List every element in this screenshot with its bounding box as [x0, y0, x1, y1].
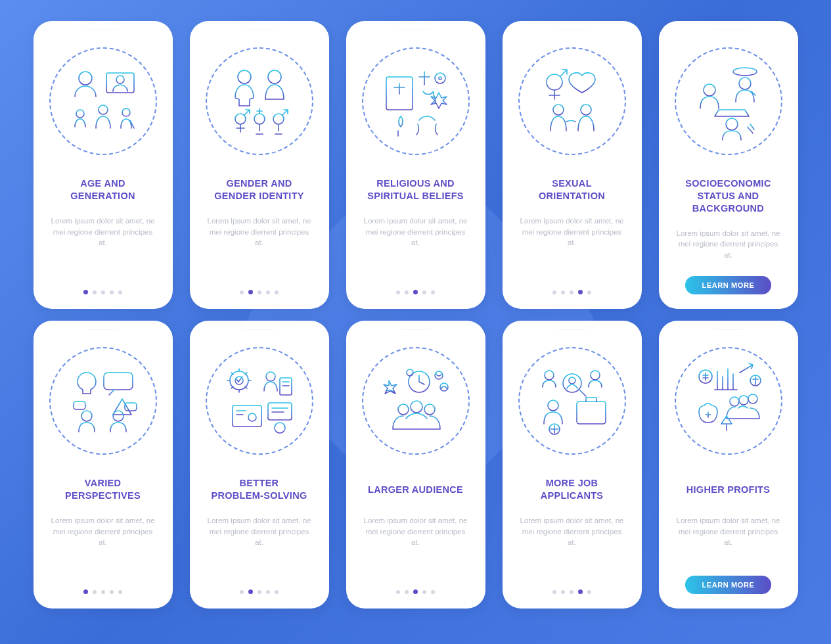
card-title: GENDER AND GENDER IDENTITY — [206, 177, 312, 202]
pagination-dot[interactable] — [118, 590, 122, 594]
pagination-dot[interactable] — [93, 290, 97, 294]
pagination-dot[interactable] — [118, 290, 122, 294]
pagination-dots — [396, 290, 435, 296]
age-illustration — [49, 47, 157, 155]
pagination-dot[interactable] — [422, 290, 426, 294]
pagination-dot[interactable] — [405, 290, 409, 294]
card-title: BETTER PROBLEM-SOLVING — [203, 477, 315, 502]
svg-point-51 — [748, 394, 757, 403]
profits-illustration — [675, 347, 782, 455]
pagination-dot[interactable] — [93, 590, 97, 594]
pagination-dot[interactable] — [266, 590, 270, 594]
onboarding-card-problem: BETTER PROBLEM-SOLVINGLorem ipsum dolor … — [190, 321, 329, 609]
pagination-dot[interactable] — [248, 589, 253, 594]
card-title: AGE AND GENERATION — [62, 177, 143, 202]
svg-point-46 — [548, 400, 558, 411]
svg-point-37 — [440, 383, 448, 391]
pagination-dot[interactable] — [570, 290, 573, 294]
pagination-dot[interactable] — [552, 290, 556, 294]
svg-point-40 — [424, 404, 435, 415]
pagination-dots — [396, 589, 435, 595]
pagination-dot[interactable] — [578, 290, 583, 294]
svg-point-15 — [553, 104, 564, 115]
audience-illustration — [362, 347, 470, 455]
svg-point-4 — [99, 105, 108, 114]
card-description: Lorem ipsum dolor sit amet, ne mei regio… — [353, 515, 479, 548]
pagination-dot[interactable] — [413, 290, 418, 294]
svg-point-12 — [435, 73, 445, 83]
svg-point-16 — [581, 104, 591, 115]
pagination-dot[interactable] — [110, 290, 114, 294]
pagination-dot[interactable] — [258, 590, 261, 594]
svg-rect-21 — [104, 373, 133, 390]
pagination-dot[interactable] — [266, 290, 270, 294]
card-description: Lorem ipsum dolor sit amet, ne mei regio… — [40, 216, 166, 248]
svg-point-35 — [407, 369, 413, 376]
pagination-dot[interactable] — [422, 590, 426, 594]
pagination-dot[interactable] — [240, 590, 244, 594]
pagination-dot[interactable] — [431, 290, 435, 294]
pagination-dot[interactable] — [275, 590, 279, 594]
svg-point-5 — [122, 108, 130, 116]
pagination-dots — [83, 589, 122, 595]
phone-notch — [85, 21, 122, 30]
pagination-dot[interactable] — [83, 290, 88, 294]
perspectives-illustration — [49, 347, 157, 455]
svg-point-20 — [726, 118, 738, 130]
card-title: MORE JOB APPLICANTS — [533, 477, 612, 502]
pagination-dot[interactable] — [101, 590, 105, 594]
card-title: HIGHER PROFITS — [679, 477, 778, 502]
pagination-dot[interactable] — [83, 589, 88, 594]
orientation-illustration — [518, 47, 626, 155]
pagination-dot[interactable] — [396, 290, 400, 294]
pagination-dot[interactable] — [552, 590, 556, 594]
onboarding-card-religion: RELIGIOUS AND SPIRITUAL BELIEFSLorem ips… — [346, 21, 485, 309]
svg-point-6 — [238, 70, 251, 83]
pagination-dot[interactable] — [110, 590, 114, 594]
svg-point-28 — [266, 372, 275, 381]
pagination-dot[interactable] — [561, 290, 565, 294]
pagination-dot[interactable] — [587, 290, 591, 294]
pagination-dot[interactable] — [413, 589, 418, 594]
svg-point-41 — [545, 371, 554, 380]
pagination-dot[interactable] — [101, 290, 105, 294]
svg-point-3 — [76, 110, 84, 118]
svg-rect-29 — [280, 378, 292, 395]
pagination-dot[interactable] — [275, 290, 279, 294]
phone-notch — [85, 321, 122, 330]
learn-more-button[interactable]: LEARN MORE — [685, 276, 772, 294]
socio-illustration — [675, 47, 782, 155]
pagination-dot[interactable] — [570, 590, 573, 594]
pagination-dot[interactable] — [258, 290, 261, 294]
svg-point-0 — [79, 72, 92, 85]
learn-more-button[interactable]: LEARN MORE — [685, 576, 772, 594]
onboarding-card-age: AGE AND GENERATIONLorem ipsum dolor sit … — [34, 21, 173, 309]
svg-point-17 — [704, 84, 715, 96]
phone-notch — [241, 21, 278, 30]
onboarding-card-audience: LARGER AUDIENCELorem ipsum dolor sit ame… — [346, 321, 485, 609]
pagination-dot[interactable] — [405, 590, 409, 594]
phone-notch — [397, 21, 434, 30]
religion-illustration — [362, 47, 470, 155]
svg-rect-45 — [577, 402, 606, 424]
svg-point-42 — [591, 371, 600, 380]
phone-notch — [554, 21, 591, 30]
phone-notch — [710, 321, 747, 330]
onboarding-card-profits: HIGHER PROFITSLorem ipsum dolor sit amet… — [659, 321, 798, 609]
svg-point-9 — [254, 114, 265, 124]
svg-point-52 — [730, 397, 739, 406]
pagination-dot[interactable] — [587, 590, 591, 594]
applicants-illustration — [518, 347, 626, 455]
pagination-dot[interactable] — [396, 590, 400, 594]
pagination-dots — [83, 290, 122, 296]
card-description: Lorem ipsum dolor sit amet, ne mei regio… — [353, 216, 479, 248]
pagination-dot[interactable] — [431, 590, 435, 594]
pagination-dot[interactable] — [240, 290, 244, 294]
phone-notch — [554, 321, 591, 330]
pagination-dot[interactable] — [578, 589, 583, 594]
pagination-dot[interactable] — [248, 290, 253, 294]
pagination-dot[interactable] — [561, 590, 565, 594]
card-description: Lorem ipsum dolor sit amet, ne mei regio… — [40, 515, 166, 548]
card-title: RELIGIOUS AND SPIRITUAL BELIEFS — [359, 177, 472, 202]
svg-rect-30 — [233, 405, 261, 426]
